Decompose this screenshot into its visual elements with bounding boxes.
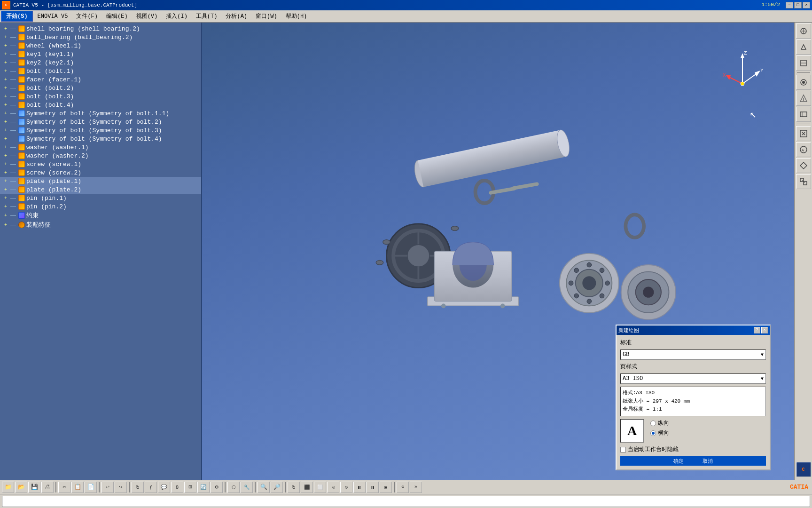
menu-edit[interactable]: 编辑(E) <box>102 11 132 21</box>
landscape-radio[interactable] <box>650 430 656 436</box>
maximize-button[interactable]: □ <box>794 2 802 8</box>
tree-expand-11[interactable]: + <box>2 110 9 117</box>
portrait-option[interactable]: 纵向 <box>650 419 669 427</box>
tree-expand-3[interactable]: + <box>2 42 9 49</box>
btn-redo[interactable]: ↪ <box>115 482 127 493</box>
btn-view7[interactable]: ▣ <box>380 482 392 493</box>
btn-ff2[interactable]: » <box>410 482 422 493</box>
btn-num[interactable]: 8 <box>171 482 183 493</box>
tree-item-21[interactable]: +pin (pin.1) <box>0 194 201 202</box>
tree-expand-5[interactable]: + <box>2 59 9 66</box>
tree-expand-2[interactable]: + <box>2 33 9 41</box>
start-menu[interactable]: 开始(S) <box>1 11 33 22</box>
tree-expand-22[interactable]: + <box>2 203 9 210</box>
tree-item-24[interactable]: +装配特征 <box>0 220 201 230</box>
menu-tools[interactable]: 工具(T) <box>192 11 221 21</box>
btn-comment[interactable]: 💬 <box>158 482 170 493</box>
portrait-radio[interactable] <box>650 421 656 426</box>
btn-copy[interactable]: 📋 <box>71 482 84 493</box>
btn-undo[interactable]: ↩ <box>102 482 114 493</box>
tree-item-20[interactable]: +plate (plate.2) <box>0 185 201 194</box>
standard-select[interactable]: GB ▼ <box>620 349 766 360</box>
tree-item-22[interactable]: +pin (pin.2) <box>0 202 201 211</box>
btn-view2[interactable]: ⬜ <box>314 482 326 493</box>
btn-open2[interactable]: 📂 <box>15 482 27 493</box>
tree-item-18[interactable]: +screw (screw.2) <box>0 168 201 177</box>
tree-item-23[interactable]: +约束 <box>0 211 201 220</box>
btn-tool3[interactable]: ⬡ <box>227 482 240 493</box>
menu-view[interactable]: 视图(V) <box>133 11 162 21</box>
btn-tool2[interactable]: ⚙ <box>211 482 223 493</box>
btn-view3[interactable]: ◱ <box>327 482 339 493</box>
tree-expand-19[interactable]: + <box>2 177 9 185</box>
tree-expand-10[interactable]: + <box>2 101 9 109</box>
rt-btn-8[interactable]: A <box>796 142 811 157</box>
tree-item-9[interactable]: +bolt (bolt.3) <box>0 92 201 101</box>
tree-item-14[interactable]: +Symmetry of bolt (Symmetry of bolt.4) <box>0 135 201 143</box>
btn-print[interactable]: 🖨 <box>41 482 54 493</box>
rt-btn-5[interactable] <box>796 91 811 106</box>
tree-item-3[interactable]: +wheel (wheel.1) <box>0 41 201 50</box>
tree-item-15[interactable]: +washer (washer.1) <box>0 143 201 151</box>
rt-btn-10[interactable] <box>796 174 811 189</box>
close-button[interactable]: × <box>803 2 810 8</box>
menu-analysis[interactable]: 分析(A) <box>222 11 251 21</box>
btn-parts[interactable]: 🔄 <box>197 482 210 493</box>
btn-view6[interactable]: ◨ <box>367 482 379 493</box>
menu-insert[interactable]: 插入(I) <box>162 11 191 21</box>
tree-expand-16[interactable]: + <box>2 152 9 159</box>
tree-expand-17[interactable]: + <box>2 160 9 168</box>
hide-workbench-checkbox[interactable] <box>620 447 626 452</box>
btn-view4[interactable]: ⊕ <box>340 482 352 493</box>
viewport-3d[interactable]: Z Y X ↖ 新建绘图 ? × <box>202 23 794 480</box>
btn-zoom-out[interactable]: 🔎 <box>271 482 283 493</box>
btn-select[interactable]: 🖱 <box>132 482 144 493</box>
menu-file[interactable]: 文件(F) <box>72 11 102 21</box>
hide-workbench-row[interactable]: 当启动工作台时隐藏 <box>620 445 766 453</box>
landscape-option[interactable]: 横向 <box>650 429 669 437</box>
btn-view1[interactable]: ⬛ <box>301 482 313 493</box>
tree-item-13[interactable]: +Symmetry of bolt (Symmetry of bolt.3) <box>0 126 201 135</box>
rt-btn-1[interactable] <box>796 24 811 39</box>
rt-btn-3[interactable] <box>796 56 811 71</box>
btn-formula[interactable]: ƒ <box>145 482 157 493</box>
btn-grid[interactable]: ⊞ <box>184 482 196 493</box>
rt-btn-2[interactable] <box>796 40 811 55</box>
tree-item-5[interactable]: +key2 (key2.1) <box>0 58 201 67</box>
menu-window[interactable]: 窗口(W) <box>252 11 281 21</box>
cancel-button-in-progress[interactable]: 取消 <box>693 458 722 465</box>
dialog-close-button[interactable]: × <box>761 327 768 333</box>
tree-item-2[interactable]: +ball_bearing (ball_bearing.2) <box>0 33 201 41</box>
tree-expand-14[interactable]: + <box>2 135 9 143</box>
tree-expand-24[interactable]: + <box>2 221 9 229</box>
btn-paste[interactable]: 📄 <box>85 482 97 493</box>
tree-item-8[interactable]: +bolt (bolt.2) <box>0 84 201 92</box>
tree-item-4[interactable]: +key1 (key1.1) <box>0 50 201 58</box>
menu-enovia[interactable]: ENOVIA V5 <box>34 12 72 21</box>
tree-expand-1[interactable]: + <box>2 25 9 32</box>
page-style-select[interactable]: A3 ISO ▼ <box>620 373 766 384</box>
rt-btn-9[interactable] <box>796 158 811 173</box>
tree-expand-21[interactable]: + <box>2 194 9 202</box>
tree-item-19[interactable]: +plate (plate.1) <box>0 177 201 185</box>
tree-item-10[interactable]: +bolt (bolt.4) <box>0 101 201 109</box>
btn-ff[interactable]: « <box>397 482 409 493</box>
tree-expand-23[interactable]: + <box>2 212 9 219</box>
tree-expand-8[interactable]: + <box>2 84 9 92</box>
tree-expand-20[interactable]: + <box>2 186 9 193</box>
ok-button-in-progress[interactable]: 确定 <box>664 458 693 465</box>
dialog-help-button[interactable]: ? <box>754 327 760 333</box>
minimize-button[interactable]: − <box>786 2 793 8</box>
tree-item-17[interactable]: +screw (screw.1) <box>0 160 201 168</box>
btn-pan[interactable]: 🖱 <box>288 482 300 493</box>
tree-expand-15[interactable]: + <box>2 143 9 151</box>
tree-item-16[interactable]: +washer (washer.2) <box>0 151 201 160</box>
tree-item-1[interactable]: +shell bearing (shell bearing.2) <box>0 24 201 33</box>
new-drawing-dialog[interactable]: 新建绘图 ? × 标准 GB ▼ 页样 <box>616 325 771 470</box>
btn-open[interactable]: 📁 <box>2 482 14 493</box>
menu-help[interactable]: 帮助(H) <box>282 11 311 21</box>
btn-tool4[interactable]: 🔧 <box>241 482 253 493</box>
tree-expand-6[interactable]: + <box>2 67 9 75</box>
tree-item-11[interactable]: +Symmetry of bolt (Symmetry of bolt.1.1) <box>0 109 201 118</box>
tree-expand-12[interactable]: + <box>2 118 9 126</box>
